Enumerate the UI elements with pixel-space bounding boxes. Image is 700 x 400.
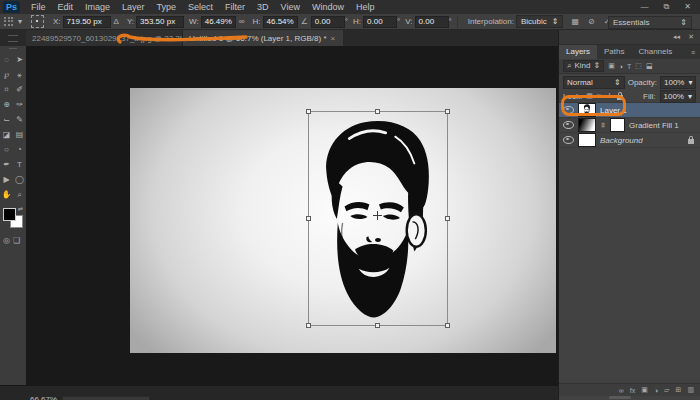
close-panel-icon[interactable]: ✕ — [688, 33, 694, 41]
layer-filter-dropdown[interactable]: ⌕ Kind ⇕ — [563, 60, 604, 72]
layer-visibility-icon[interactable] — [563, 121, 574, 129]
interpolation-dropdown[interactable]: Bicubic ⇕ — [516, 15, 564, 28]
lasso-tool[interactable]: ℘ — [0, 67, 13, 82]
minimize-button[interactable]: — — [641, 2, 649, 12]
smart-object-filter-icon[interactable]: ⬓ — [646, 62, 653, 70]
menu-filter[interactable]: Filter — [219, 2, 251, 12]
layer-mask-thumbnail[interactable] — [610, 118, 625, 132]
new-layer-icon[interactable]: ⊞ — [676, 386, 682, 394]
panel-scrollbar[interactable] — [609, 396, 631, 399]
healing-brush-tool[interactable]: ⊕ — [0, 97, 13, 112]
quick-selection-tool[interactable]: ⚹ — [13, 67, 26, 82]
relative-position-icon[interactable]: Δ — [114, 17, 119, 26]
panel-grip[interactable] — [9, 48, 17, 51]
tool-preset-caret-icon[interactable]: ▾ — [18, 17, 22, 26]
y-position-field[interactable]: 353.50 px — [136, 16, 184, 28]
layer-row-layer-1[interactable]: Layer 1 — [559, 103, 700, 118]
tab-paths[interactable]: Paths — [597, 45, 631, 59]
rotation-field[interactable]: 0.00 — [311, 16, 345, 28]
lock-pixels-icon[interactable]: ✑ — [597, 92, 603, 100]
eyedropper-tool[interactable]: ✐ — [13, 82, 26, 97]
delete-layer-icon[interactable]: ▥ — [687, 386, 694, 394]
close-tab-icon[interactable]: × — [331, 34, 336, 43]
brush-tool[interactable]: ✑ — [13, 97, 26, 112]
layer-group-icon[interactable]: ▱ — [664, 386, 669, 394]
zoom-tool[interactable]: ⌕ — [13, 187, 26, 202]
tab-layers[interactable]: Layers — [559, 45, 597, 59]
crop-tool[interactable]: ⌗ — [0, 82, 13, 97]
layer-styles-icon[interactable]: fx — [630, 387, 635, 394]
eraser-tool[interactable]: ◪ — [0, 127, 13, 142]
adjustment-layer-icon[interactable]: ◑ — [654, 387, 658, 394]
blur-tool[interactable]: ○ — [0, 142, 13, 157]
reference-point-locator-icon[interactable] — [31, 15, 44, 28]
layer-visibility-icon[interactable] — [563, 136, 574, 144]
move-tool[interactable]: ➤ — [13, 52, 26, 67]
shape-tool[interactable]: ◯ — [13, 172, 26, 187]
screen-mode-button[interactable]: ❏ — [13, 236, 20, 245]
elliptical-marquee-tool[interactable]: ◌ — [0, 52, 13, 67]
link-layers-icon[interactable]: ∞ — [619, 387, 624, 394]
lock-position-icon[interactable]: ✛ — [607, 92, 613, 100]
menu-file[interactable]: File — [25, 2, 52, 12]
maintain-aspect-ratio-icon[interactable]: ∞ — [239, 17, 245, 26]
layer-visibility-icon[interactable] — [563, 106, 574, 114]
restore-button[interactable]: ⧉ — [664, 2, 670, 12]
transform-handle-bottom-right[interactable] — [445, 323, 450, 328]
transform-handle-top-left[interactable] — [306, 109, 311, 114]
menu-view[interactable]: View — [275, 2, 306, 12]
dodge-tool[interactable]: ◔ — [13, 142, 26, 157]
warp-mode-icon[interactable]: ▦ — [571, 17, 579, 26]
transform-handle-bottom-middle[interactable] — [375, 323, 380, 328]
menu-help[interactable]: Help — [350, 2, 381, 12]
path-selection-tool[interactable]: ▶ — [0, 172, 13, 187]
swap-colors-icon[interactable]: ⇄ — [18, 205, 23, 212]
free-transform-bounding-box[interactable] — [308, 111, 448, 326]
gradient-fill-thumbnail[interactable] — [578, 118, 596, 132]
gradient-tool[interactable]: ▤ — [13, 127, 26, 142]
document-tab-inactive[interactable]: 22489529570_6013029137_b.jpg @ 33.3% (La… — [26, 30, 183, 46]
menu-3d[interactable]: 3D — [251, 2, 275, 12]
hand-tool[interactable]: ✋ — [0, 187, 13, 202]
pixel-layer-filter-icon[interactable]: ▣ — [608, 62, 615, 70]
menu-select[interactable]: Select — [182, 2, 219, 12]
menu-layer[interactable]: Layer — [116, 2, 151, 12]
transform-handle-top-middle[interactable] — [375, 109, 380, 114]
transform-handle-middle-left[interactable] — [306, 216, 311, 221]
history-brush-tool[interactable]: ✎ — [13, 112, 26, 127]
layer-mask-icon[interactable]: ▣ — [641, 386, 648, 394]
vskew-field[interactable]: 0.00 — [415, 16, 449, 28]
blend-mode-dropdown[interactable]: Normal ⇕ — [563, 76, 625, 89]
opacity-dropdown[interactable]: 100% ▾ — [660, 76, 696, 89]
fill-dropdown[interactable]: 100% ▾ — [660, 90, 696, 103]
tool-preset-icon[interactable] — [4, 17, 14, 27]
adjustment-layer-filter-icon[interactable]: ◑ — [619, 63, 623, 70]
foreground-color-swatch[interactable] — [3, 208, 16, 221]
mask-link-icon[interactable]: ∞ — [600, 122, 607, 128]
lock-transparency-icon[interactable]: ▦ — [586, 92, 593, 100]
layer-row-gradient-fill-1[interactable]: ∞ Gradient Fill 1 — [559, 118, 700, 133]
width-field[interactable]: 46.49% — [201, 16, 236, 28]
transform-handle-top-right[interactable] — [445, 109, 450, 114]
type-tool[interactable]: T — [13, 157, 26, 172]
transform-reference-point[interactable] — [373, 211, 382, 220]
shape-layer-filter-icon[interactable]: ⬚ — [635, 62, 642, 70]
transform-handle-middle-right[interactable] — [445, 216, 450, 221]
menu-type[interactable]: Type — [151, 2, 183, 12]
menu-image[interactable]: Image — [79, 2, 116, 12]
height-field[interactable]: 46.54% — [263, 16, 298, 28]
document-tab-active[interactable]: Untitled-1 @ 66.7% (Layer 1, RGB/8) * × — [183, 30, 343, 46]
tab-channels[interactable]: Channels — [631, 45, 679, 59]
cancel-transform-icon[interactable]: ⊘ — [588, 17, 595, 26]
background-thumbnail[interactable] — [578, 133, 596, 147]
menu-window[interactable]: Window — [306, 2, 350, 12]
type-layer-filter-icon[interactable]: T — [627, 63, 631, 70]
quick-mask-button[interactable]: ◎ — [3, 236, 10, 245]
zoom-level-field[interactable]: 66.67% — [30, 395, 57, 400]
panel-menu-icon[interactable]: ≡ — [691, 49, 700, 56]
pen-tool[interactable]: ✒ — [0, 157, 13, 172]
layer-thumbnail[interactable] — [578, 103, 596, 117]
hskew-field[interactable]: 0.00 — [363, 16, 397, 28]
x-position-field[interactable]: 719.50 px — [63, 16, 111, 28]
menu-edit[interactable]: Edit — [52, 2, 80, 12]
